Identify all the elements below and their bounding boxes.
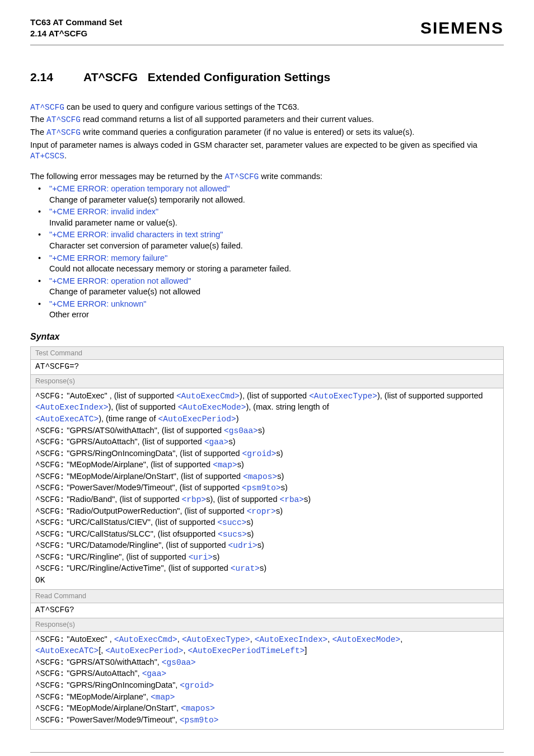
text: "MEopMode/Airplane/OnStart", [64, 703, 181, 712]
param-link[interactable]: <gaa> [142, 669, 167, 678]
error-link[interactable]: "+CME ERROR: operation not allowed" [49, 276, 191, 285]
param-link[interactable]: <psm9to> [180, 716, 219, 725]
param-link[interactable]: <AutoExecCmd> [176, 392, 240, 401]
test-response-body: ^SCFG: "AutoExec" , (list of supported <… [31, 388, 503, 590]
mono-text: ^SCFG: [35, 483, 64, 492]
error-link[interactable]: "+CME ERROR: unknown" [49, 299, 146, 308]
test-command: AT^SCFG=? [31, 360, 503, 375]
text: "MEopMode/Airplane/OnStart", (list of su… [64, 472, 243, 481]
text: "GPRS/ATS0/withAttach", (list of support… [64, 426, 224, 435]
param-link[interactable]: <AutoExecPeriodTimeLeft> [188, 646, 305, 655]
cmd-link[interactable]: AT^SCFG [46, 128, 81, 137]
cmd-link[interactable]: AT+CSCS [30, 152, 64, 161]
param-link[interactable]: <urat> [231, 564, 260, 573]
intro-line4: Input of parameter names is always coded… [30, 140, 504, 162]
param-link[interactable]: <groid> [180, 681, 214, 690]
mono-text: ^SCFG: [35, 518, 64, 527]
text: [, [99, 646, 105, 655]
text: ), (list of supported [109, 402, 178, 411]
text: "AutoExec" , (list of supported [64, 391, 176, 400]
mono-text: ^SCFG: [35, 530, 64, 539]
text: ) [236, 414, 239, 423]
mono-text: ^SCFG: [35, 635, 64, 644]
cmd-link[interactable]: AT^SCFG [46, 115, 81, 124]
text: "MEopMode/Airplane", (list of supported [64, 460, 213, 469]
param-link[interactable]: <gaa> [204, 438, 229, 447]
section-cmd: AT^SCFG [83, 71, 138, 83]
param-link[interactable]: <ropr> [247, 507, 276, 516]
error-desc: Invalid parameter name or value(s). [49, 218, 504, 229]
param-link[interactable]: <AutoExecIndex> [35, 403, 109, 412]
brand-logo: SIEMENS [420, 17, 504, 40]
text: s) [304, 495, 311, 504]
text: The following error messages may be retu… [30, 172, 224, 181]
param-link[interactable]: <gs0aa> [224, 426, 258, 435]
mono-text: ^SCFG: [35, 449, 64, 458]
mono-text: ^SCFG: [35, 716, 64, 725]
text: s) [237, 460, 244, 469]
mono-text: ^SCFG: [35, 704, 64, 713]
param-link[interactable]: <rba> [279, 495, 304, 504]
text: supported [447, 391, 483, 400]
mono-text: ^SCFG: [35, 438, 64, 447]
param-link[interactable]: <rbp> [182, 495, 207, 504]
param-link[interactable]: <AutoExecType> [309, 392, 377, 401]
text: "Radio/Band", (list of supported [64, 495, 181, 504]
param-link[interactable]: <succ> [217, 518, 246, 527]
text: "URC/Datamode/Ringline", (list of suppor… [64, 541, 228, 550]
read-command-label: Read Command [31, 590, 503, 603]
param-link[interactable]: <udri> [228, 541, 257, 550]
text: , [400, 635, 402, 644]
mono-text: OK [35, 576, 45, 585]
text: "URC/CallStatus/SLCC", (list ofsupported [64, 529, 218, 538]
param-link[interactable]: <groid> [242, 449, 277, 458]
param-link[interactable]: <AutoExecMode> [332, 635, 400, 644]
error-intro: The following error messages may be retu… [30, 171, 504, 183]
cmd-link[interactable]: AT^SCFG [224, 172, 259, 181]
response-label-2: Response(s) [31, 618, 503, 632]
page-header: TC63 AT Command Set 2.14 AT^SCFG SIEMENS [30, 17, 504, 46]
param-link[interactable]: <AutoExecMode> [178, 403, 246, 412]
text: ), (list of supported [377, 391, 447, 400]
param-link[interactable]: <AutoExecIndex> [255, 635, 328, 644]
text: "GPRS/AutoAttach", (list of supported [64, 437, 204, 446]
mono-text: ^SCFG: [35, 426, 64, 435]
cmd-link[interactable]: AT^SCFG [30, 103, 64, 112]
param-link[interactable]: <uri> [189, 553, 213, 562]
param-link[interactable]: <AutoExecPeriod> [158, 415, 236, 424]
intro-line3: The AT^SCFG write command queries a conf… [30, 127, 504, 139]
text: ), (list of supported [240, 391, 309, 400]
text: s), (list of supported [206, 495, 279, 504]
param-link[interactable]: <psm9to> [242, 483, 281, 492]
param-link[interactable]: <AutoExecPeriod> [105, 646, 183, 655]
param-link[interactable]: <map> [151, 693, 175, 702]
mono-text: ^SCFG: [35, 461, 64, 469]
param-link[interactable]: <AutoExecATC> [35, 415, 99, 424]
text: "Radio/OutputPowerReduction", (list of s… [64, 506, 246, 515]
mono-text: ^SCFG: [35, 472, 64, 481]
text: "GPRS/RingOnIncomingData", (list of supp… [64, 449, 242, 458]
param-link[interactable]: <AutoExecATC> [35, 646, 99, 655]
text: The [30, 115, 46, 124]
text: s) [258, 426, 265, 435]
text: can be used to query and configure vario… [64, 102, 299, 111]
param-link[interactable]: <mapos> [181, 704, 215, 713]
error-link[interactable]: "+CME ERROR: invalid index" [49, 207, 158, 216]
text: "PowerSaver/Mode9/Timeout", [64, 715, 180, 724]
param-link[interactable]: <map> [213, 461, 237, 469]
text: "URC/CallStatus/CIEV", (list of supporte… [64, 518, 217, 527]
error-link[interactable]: "+CME ERROR: operation temporary not all… [49, 184, 230, 193]
param-link[interactable]: <gs0aa> [162, 658, 196, 667]
text: . [64, 151, 67, 160]
error-item: "+CME ERROR: unknown"Other error [38, 299, 504, 321]
error-link[interactable]: "+CME ERROR: invalid characters in text … [49, 230, 223, 239]
error-link[interactable]: "+CME ERROR: memory failure" [49, 253, 167, 262]
error-desc: Could not allocate necessary memory or s… [49, 264, 504, 275]
text: "URC/Ringline", (list of supported [64, 552, 188, 561]
param-link[interactable]: <AutoExecType> [182, 635, 250, 644]
param-link[interactable]: <sucs> [218, 530, 247, 539]
text: "GPRS/AutoAttach", [64, 669, 142, 678]
text: , [183, 646, 188, 655]
param-link[interactable]: <mapos> [243, 472, 277, 481]
param-link[interactable]: <AutoExecCmd> [114, 635, 177, 644]
